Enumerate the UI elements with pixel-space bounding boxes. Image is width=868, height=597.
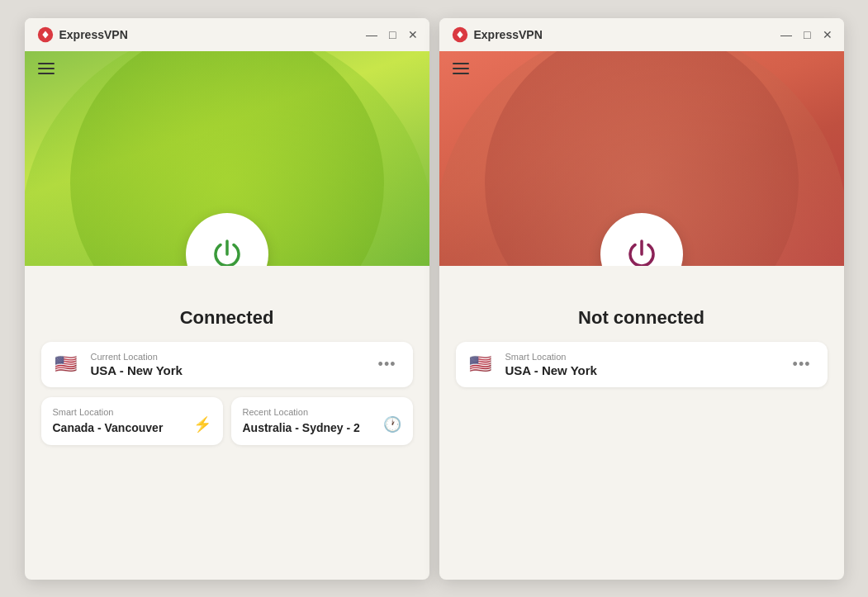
title-bar-connected: ExpressVPN — □ ✕	[25, 18, 429, 51]
title-bar-left-2: ExpressVPN	[451, 26, 543, 44]
smart-location-flag-2: 🇺🇸	[469, 355, 496, 373]
minimize-button-2[interactable]: —	[780, 29, 792, 40]
status-text-2: Not connected	[456, 307, 828, 329]
window2-controls: — □ ✕	[780, 29, 832, 40]
window2-title: ExpressVPN	[474, 28, 543, 41]
menu-icon-2[interactable]	[453, 63, 469, 74]
smart-location-info-2: Smart Location USA - New York	[505, 352, 780, 377]
title-bar-left: ExpressVPN	[36, 26, 128, 44]
maximize-button-1[interactable]: □	[389, 29, 396, 40]
current-location-name: USA - New York	[91, 363, 365, 377]
current-location-info: Current Location USA - New York	[91, 352, 365, 377]
lightning-icon: ⚡	[193, 415, 211, 434]
current-location-card[interactable]: 🇺🇸 Current Location USA - New York •••	[41, 342, 413, 387]
smart-location-name: Canada - Vancouver	[53, 420, 211, 435]
smart-location-label-2: Smart Location	[505, 352, 780, 362]
expressvpn-logo-icon	[36, 26, 55, 44]
recent-location-name: Australia - Sydney - 2	[243, 420, 401, 435]
recent-location-label: Recent Location	[243, 407, 401, 417]
current-location-flag: 🇺🇸	[55, 355, 81, 373]
smart-location-name-2: USA - New York	[505, 363, 780, 377]
recent-location-card[interactable]: Recent Location Australia - Sydney - 2 🕐	[231, 397, 413, 445]
minimize-button-1[interactable]: —	[366, 29, 377, 40]
current-location-label: Current Location	[91, 352, 365, 362]
power-icon-not-connected	[622, 235, 662, 266]
window1-title: ExpressVPN	[59, 28, 128, 41]
window1-controls: — □ ✕	[366, 29, 417, 40]
hero-not-connected	[439, 51, 844, 266]
hero-connected	[25, 51, 429, 266]
close-button-1[interactable]: ✕	[408, 29, 418, 40]
smart-location-label: Smart Location	[53, 407, 211, 417]
expressvpn-logo-icon-2	[451, 26, 469, 44]
content-area-2: Not connected 🇺🇸 Smart Location USA - Ne…	[439, 266, 844, 580]
power-button-connected[interactable]	[186, 213, 268, 266]
smart-location-dots-2[interactable]: •••	[790, 353, 814, 377]
app-container: ExpressVPN — □ ✕	[0, 0, 868, 597]
title-logo: ExpressVPN	[36, 26, 128, 44]
clock-icon: 🕐	[383, 415, 401, 434]
maximize-button-2[interactable]: □	[804, 29, 810, 40]
content-area-1: Connected 🇺🇸 Current Location USA - New …	[25, 266, 429, 580]
small-cards-row: Smart Location Canada - Vancouver ⚡ Rece…	[41, 397, 413, 445]
window-connected: ExpressVPN — □ ✕	[25, 18, 429, 580]
menu-icon-1[interactable]	[38, 63, 55, 74]
smart-location-card[interactable]: Smart Location Canada - Vancouver ⚡	[41, 397, 223, 445]
power-button-wrap-1	[186, 213, 268, 266]
close-button-2[interactable]: ✕	[823, 29, 832, 40]
power-icon-connected	[207, 235, 247, 266]
title-bar-2: ExpressVPN — □ ✕	[439, 18, 844, 51]
smart-location-card-main[interactable]: 🇺🇸 Smart Location USA - New York •••	[456, 342, 828, 387]
current-location-dots[interactable]: •••	[375, 353, 400, 377]
power-button-wrap-2	[600, 213, 683, 266]
title-logo-2: ExpressVPN	[451, 26, 543, 44]
window-not-connected: ExpressVPN — □ ✕	[439, 18, 844, 580]
power-button-not-connected[interactable]	[600, 213, 683, 266]
status-text-1: Connected	[41, 307, 413, 329]
